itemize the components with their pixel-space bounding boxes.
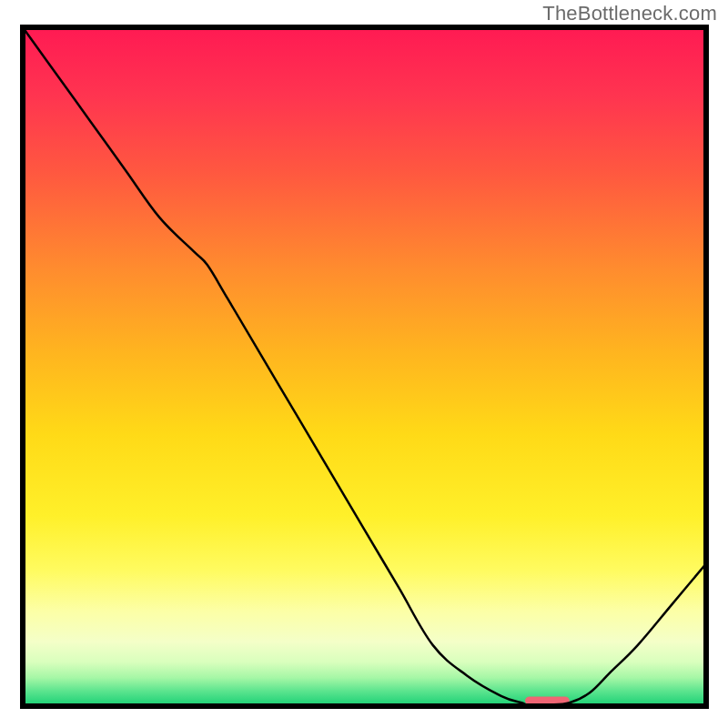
watermark-text: TheBottleneck.com — [542, 2, 717, 25]
plot-area — [23, 27, 706, 706]
chart-stage: TheBottleneck.com — [0, 0, 728, 728]
chart-canvas — [0, 0, 728, 728]
gradient-background — [23, 27, 706, 706]
